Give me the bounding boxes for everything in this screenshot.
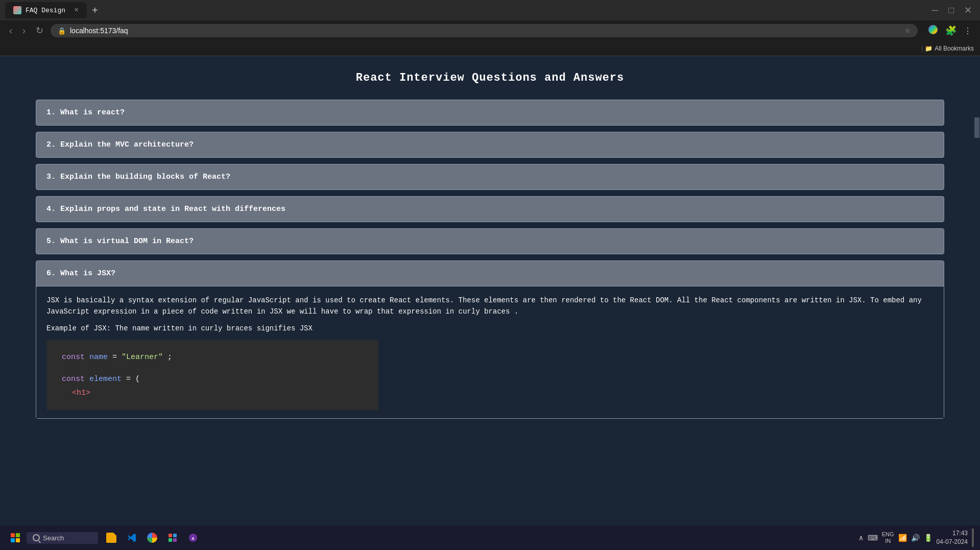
faq-item-3[interactable]: 3. Explain the building blocks of React? xyxy=(36,164,944,190)
browser-controls: ‹ › ↻ 🔒 localhost:5173/faq ☆ 🧩 ⋮ xyxy=(0,20,980,41)
faq-answer-para1: JSX is basically a syntax extension of r… xyxy=(46,295,934,318)
faq-question-1[interactable]: 1. What is react? xyxy=(36,100,944,125)
faq-item-5[interactable]: 5. What is virtual DOM in React? xyxy=(36,228,944,254)
svg-text:A: A xyxy=(192,536,195,541)
semicolon-1: ; xyxy=(168,353,172,362)
lock-icon: 🔒 xyxy=(58,27,66,35)
svg-rect-2 xyxy=(173,534,177,537)
app5-icon: A xyxy=(188,533,198,543)
app4-button[interactable] xyxy=(163,529,182,547)
taskbar: Search A xyxy=(0,525,980,550)
extension-icon[interactable]: 🧩 xyxy=(943,23,959,38)
faq-item-6[interactable]: 6. What is JSX? JSX is basically a synta… xyxy=(36,260,944,419)
url-text: localhost:5173/faq xyxy=(70,27,128,35)
system-tray: ∧ ⌨ ENG IN 📶 🔊 🔋 xyxy=(858,531,933,544)
app5-button[interactable]: A xyxy=(184,529,202,547)
file-explorer-button[interactable] xyxy=(102,529,121,547)
browser-titlebar: FAQ Design × + ─ □ ✕ xyxy=(0,0,980,20)
page-content: React Interview Questions and Answers 1.… xyxy=(0,56,980,435)
bookmarks-bar: | 📁 All Bookmarks xyxy=(0,41,980,56)
forward-button[interactable]: › xyxy=(19,23,29,38)
faq-question-6[interactable]: 6. What is JSX? xyxy=(36,261,944,286)
chrome-button[interactable] xyxy=(143,529,161,547)
svg-rect-3 xyxy=(169,538,172,542)
all-bookmarks[interactable]: 📁 All Bookmarks xyxy=(925,45,974,52)
svg-rect-1 xyxy=(169,534,172,537)
svg-rect-4 xyxy=(173,538,177,542)
bookmarks-folder-icon: 📁 xyxy=(925,45,933,52)
address-bar[interactable]: 🔒 localhost:5173/faq ☆ xyxy=(51,24,918,37)
keyword-const-1: const xyxy=(62,353,85,362)
tag-h1-open: <h1> xyxy=(72,389,90,397)
chrome-icon xyxy=(147,533,157,543)
scrollbar-thumb[interactable] xyxy=(974,117,979,138)
date-display: 04-07-2024 xyxy=(937,538,968,546)
scrollbar[interactable] xyxy=(974,117,980,501)
lang-eng: ENG xyxy=(882,531,894,538)
faq-answer-6: JSX is basically a syntax extension of r… xyxy=(36,286,944,418)
var-name: name xyxy=(89,353,108,362)
wifi-icon: 📶 xyxy=(898,534,907,542)
code-spacer xyxy=(62,364,363,372)
faq-item-1[interactable]: 1. What is react? xyxy=(36,100,944,126)
taskbar-apps: A xyxy=(102,529,202,547)
code-line-1: const name = "Learner" ; xyxy=(62,350,363,364)
str-learner: "Learner" xyxy=(122,353,163,362)
keyboard-icon: ⌨ xyxy=(868,534,878,542)
back-button[interactable]: ‹ xyxy=(6,23,15,38)
file-explorer-icon xyxy=(106,533,116,543)
divider: | xyxy=(921,45,923,52)
all-bookmarks-label: All Bookmarks xyxy=(935,45,974,52)
chevron-up-icon[interactable]: ∧ xyxy=(858,534,864,542)
battery-icon: 🔋 xyxy=(924,534,933,542)
faq-answer-para2: Example of JSX: The name written in curl… xyxy=(46,323,934,334)
time-display: 17:43 xyxy=(937,529,968,538)
page-wrapper: React Interview Questions and Answers 1.… xyxy=(0,56,980,525)
browser-actions: 🧩 ⋮ xyxy=(926,22,974,39)
tab-favicon xyxy=(13,6,21,14)
tab-title: FAQ Design xyxy=(26,7,65,14)
show-desktop-button[interactable] xyxy=(972,529,974,547)
faq-question-4[interactable]: 4. Explain props and state in React with… xyxy=(36,197,944,222)
profile-icon[interactable] xyxy=(926,22,940,39)
minimize-button[interactable]: ─ xyxy=(928,3,941,18)
app4-icon xyxy=(168,533,178,543)
faq-item-4[interactable]: 4. Explain props and state in React with… xyxy=(36,196,944,222)
menu-icon[interactable]: ⋮ xyxy=(962,24,974,38)
op-equals-2: = ( xyxy=(126,375,140,384)
language-indicator: ENG IN xyxy=(882,531,894,544)
lang-in: IN xyxy=(882,538,894,544)
faq-question-2[interactable]: 2. Explain the MVC architecture? xyxy=(36,132,944,157)
windows-logo-icon xyxy=(11,533,20,542)
code-block: const name = "Learner" ; const element =… xyxy=(46,340,378,410)
vscode-button[interactable] xyxy=(123,529,141,547)
svg-point-0 xyxy=(928,25,938,34)
refresh-button[interactable]: ↻ xyxy=(33,23,46,38)
search-icon xyxy=(33,534,40,541)
page-title: React Interview Questions and Answers xyxy=(36,71,944,84)
search-label: Search xyxy=(43,534,64,542)
keyword-const-2: const xyxy=(62,375,85,384)
taskbar-search[interactable]: Search xyxy=(27,532,98,544)
close-window-button[interactable]: ✕ xyxy=(961,3,975,18)
star-icon[interactable]: ☆ xyxy=(905,27,911,34)
active-tab[interactable]: FAQ Design × xyxy=(5,2,87,18)
maximize-button[interactable]: □ xyxy=(945,3,957,18)
op-equals-1: = xyxy=(112,353,122,362)
code-line-4: <h1> xyxy=(62,386,363,400)
var-element: element xyxy=(89,375,122,384)
taskbar-right: ∧ ⌨ ENG IN 📶 🔊 🔋 17:43 04-07-2024 xyxy=(858,529,974,547)
vscode-icon xyxy=(127,533,137,543)
code-line-3: const element = ( xyxy=(62,372,363,386)
tab-close-button[interactable]: × xyxy=(75,6,79,14)
clock[interactable]: 17:43 04-07-2024 xyxy=(937,529,968,546)
new-tab-button[interactable]: + xyxy=(88,3,102,18)
start-button[interactable] xyxy=(6,529,25,547)
faq-question-3[interactable]: 3. Explain the building blocks of React? xyxy=(36,164,944,189)
volume-icon: 🔊 xyxy=(911,534,920,542)
tab-bar: FAQ Design × + xyxy=(5,2,102,18)
faq-question-5[interactable]: 5. What is virtual DOM in React? xyxy=(36,229,944,254)
faq-item-2[interactable]: 2. Explain the MVC architecture? xyxy=(36,132,944,158)
